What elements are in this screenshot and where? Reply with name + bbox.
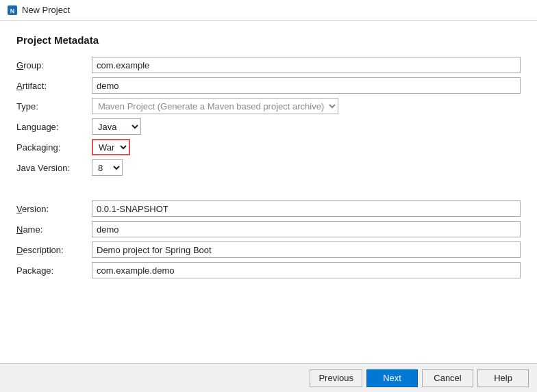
group-input[interactable] (92, 57, 521, 73)
main-content: Project Metadata Group: Artifact: Type: (0, 21, 537, 363)
name-label: Name: (16, 221, 92, 241)
name-input-cell (92, 221, 521, 241)
name-input[interactable] (92, 221, 521, 237)
artifact-input[interactable] (92, 77, 521, 94)
window-title: New Project (22, 5, 70, 15)
packaging-label: Packaging: (16, 139, 92, 159)
language-label: Language: (16, 118, 92, 139)
version-input[interactable] (92, 200, 521, 217)
packaging-input-cell: Jar War (92, 139, 521, 159)
packaging-select[interactable]: Jar War (92, 139, 130, 155)
type-row: Type: Maven Project (Generate a Maven ba… (16, 98, 521, 118)
artifact-input-cell (92, 77, 521, 98)
version-input-cell (92, 200, 521, 221)
name-row: Name: (16, 221, 521, 241)
artifact-row: Artifact: (16, 77, 521, 98)
description-input[interactable] (92, 241, 521, 258)
java-version-label: Java Version: (16, 159, 92, 180)
title-bar: N New Project (0, 0, 537, 21)
type-input-cell: Maven Project (Generate a Maven based pr… (92, 98, 521, 118)
svg-text:N: N (10, 8, 15, 14)
language-row: Language: Java Kotlin Groovy (16, 118, 521, 139)
group-row: Group: (16, 57, 521, 77)
cancel-button[interactable]: Cancel (422, 369, 473, 387)
help-button[interactable]: Help (477, 369, 529, 387)
group-label: Group: (16, 57, 92, 77)
package-label: Package: (16, 262, 92, 283)
java-version-row: Java Version: 8 11 17 (16, 159, 521, 180)
previous-button[interactable]: Previous (310, 369, 362, 387)
section-title: Project Metadata (16, 34, 521, 46)
spacer-row (16, 180, 521, 200)
type-select[interactable]: Maven Project (Generate a Maven based pr… (92, 98, 338, 114)
description-row: Description: (16, 241, 521, 262)
type-label: Type: (16, 98, 92, 118)
description-input-cell (92, 241, 521, 262)
language-select[interactable]: Java Kotlin Groovy (92, 118, 141, 135)
form-table: Group: Artifact: Type: Maven Project (Ge… (16, 57, 521, 283)
content-spacer (16, 283, 521, 352)
package-input-cell (92, 262, 521, 283)
java-version-input-cell: 8 11 17 (92, 159, 521, 180)
footer: Previous Next Cancel Help (0, 363, 537, 392)
packaging-row: Packaging: Jar War (16, 139, 521, 159)
group-input-cell (92, 57, 521, 77)
app-icon: N (7, 5, 18, 16)
package-input[interactable] (92, 262, 521, 278)
version-row: Version: (16, 200, 521, 221)
language-input-cell: Java Kotlin Groovy (92, 118, 521, 139)
next-button[interactable]: Next (366, 369, 418, 387)
package-row: Package: (16, 262, 521, 283)
java-version-select[interactable]: 8 11 17 (92, 159, 123, 176)
description-label: Description: (16, 241, 92, 262)
version-label: Version: (16, 200, 92, 221)
artifact-label: Artifact: (16, 77, 92, 98)
